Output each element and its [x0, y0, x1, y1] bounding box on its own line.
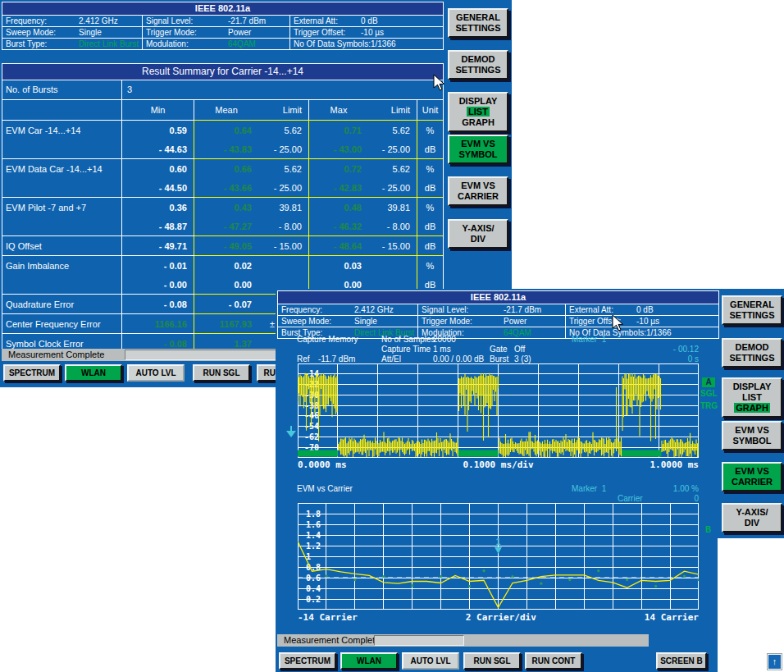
capture-time-value: 1 ms — [433, 345, 451, 354]
softkey-line: LIST GRAPH — [449, 107, 507, 128]
softkey-line: SETTINGS — [723, 310, 781, 321]
mean-value: 0.43 — [194, 198, 258, 217]
summary-row-evm-data-car-14-14: EVM Data Car -14...+140.600.665.620.725.… — [2, 158, 443, 197]
min-value: - 0.01 — [122, 256, 194, 275]
min-value: 0.59 — [122, 121, 194, 139]
unit-value: dB — [417, 178, 443, 197]
setting-value: Power — [504, 316, 526, 327]
scroll-up-button[interactable]: ↑ — [768, 654, 782, 670]
softkey-evm-vs-carrier[interactable]: EVM VSCARRIER — [722, 462, 782, 491]
softkey-general-settings[interactable]: GENERALSETTINGS — [722, 295, 782, 325]
min-value: - 0.08 — [122, 295, 194, 313]
col-header-max: Max — [309, 100, 368, 120]
col-header-mean: Mean — [194, 100, 258, 120]
hotkey-auto-lvl[interactable]: AUTO LVL — [127, 364, 185, 382]
group-divider — [2, 197, 194, 198]
display-mode-graph: GRAPH — [462, 117, 495, 127]
softkey-line: DIV — [449, 234, 507, 245]
setting-value: 64QAM — [228, 39, 256, 49]
display-mode-graph: GRAPH — [734, 403, 770, 413]
hotkey-run-sgl[interactable]: RUN SGL — [193, 364, 250, 382]
setting-label: Trigger Offset: — [294, 27, 345, 38]
capture-x-axis: 0.0000 ms 0.1000 ms/div 1.0000 ms — [298, 459, 699, 470]
evm-panel-title: EVM vs Carrier — [297, 484, 353, 493]
sgl-indicator: SGL — [700, 389, 718, 398]
setting-label: Signal Level: — [422, 304, 468, 315]
min-value: 0.36 — [122, 198, 194, 217]
softkey-evm-vs-symbol[interactable]: EVM VSSYMBOL — [448, 135, 508, 164]
display-mode-list: LIST — [742, 392, 762, 402]
softkey-display-list-graph[interactable]: DISPLAYLIST GRAPH — [448, 92, 508, 132]
unit-value: % — [417, 121, 443, 139]
hotkey-spectrum[interactable]: SPECTRUM — [279, 652, 336, 670]
w1-header-title: IEEE 802.11a — [2, 2, 443, 16]
limit-value: - 25.00 — [368, 139, 417, 158]
row-label — [2, 178, 122, 197]
w2-settings-row: Frequency:2.412 GHzSignal Level:-21.7 dB… — [278, 304, 718, 315]
mean-value: 0.66 — [194, 159, 258, 178]
att-label: Att/El — [381, 354, 401, 363]
softkey-line: SETTINGS — [449, 23, 507, 34]
row-label: EVM Pilot -7 and +7 — [2, 198, 122, 217]
mean-value: 0.00 — [194, 275, 258, 294]
softkey-line: GENERAL — [723, 299, 781, 310]
softkey-line: CARRIER — [723, 477, 781, 487]
hotkey-auto-lvl[interactable]: AUTO LVL — [402, 652, 459, 670]
w1-settings-row: Frequency:2.412 GHzSignal Level:-21.7 dB… — [2, 16, 443, 26]
limit-value: 39.81 — [368, 198, 417, 217]
frequency-cell: Frequency:2.412 GHz — [2, 16, 142, 26]
hotkey-wlan[interactable]: WLAN — [340, 652, 398, 670]
group-divider — [2, 158, 194, 159]
row-label: IQ Offset — [2, 236, 122, 255]
marker-1-label: 1 — [496, 537, 501, 546]
mouse-cursor-icon — [433, 74, 446, 92]
softkey-line: DISPLAY — [723, 382, 781, 392]
capture-x-right: 1.0000 ms — [650, 459, 699, 470]
max-value: - 48.64 — [309, 236, 368, 255]
max-value: - 43.00 — [309, 139, 368, 158]
softkey-general-settings[interactable]: GENERALSETTINGS — [448, 8, 508, 38]
ref-label: Ref — [297, 354, 310, 363]
hotkey-wlan[interactable]: WLAN — [65, 364, 122, 382]
svg-text:-62: -62 — [304, 432, 319, 441]
hotkey-spectrum[interactable]: SPECTRUM — [3, 364, 61, 382]
mean-value: - 43.83 — [194, 139, 258, 158]
softkey-line: DEMOD — [723, 342, 781, 353]
svg-text:1.6: 1.6 — [306, 520, 321, 529]
softkey-y-axis-div[interactable]: Y-AXIS/DIV — [722, 503, 782, 533]
sweep-mode-cell: Sweep Mode:Single — [2, 27, 142, 38]
analyzer-window-graph: IEEE 802.11aFrequency:2.412 GHzSignal Le… — [276, 289, 784, 672]
softkey-evm-vs-carrier[interactable]: EVM VSCARRIER — [448, 176, 508, 206]
min-value: 1166.16 — [122, 314, 194, 333]
softkey-line: EVM VS — [723, 466, 781, 477]
modulation-cell: Modulation:64QAM — [142, 39, 289, 49]
max-value: - 46.32 — [309, 217, 368, 235]
softkey-display-list-graph[interactable]: DISPLAYLIST GRAPH — [722, 377, 782, 418]
col-header-blank — [2, 100, 122, 120]
softkey-line: CARRIER — [449, 191, 507, 202]
trigger-offset-cell: Trigger Offset:-10 µs — [289, 27, 441, 38]
hotkey-screen-b[interactable]: SCREEN B — [656, 652, 707, 670]
softkey-line: LIST GRAPH — [723, 392, 781, 414]
limit-value: - 25.00 — [258, 139, 309, 158]
capture-marker-value: - 00.12 — [633, 345, 699, 354]
summary-row-gain-imbalance: Gain Imbalance- 0.010.020.03%- 0.000.000… — [2, 255, 443, 294]
hotkey-run-sgl[interactable]: RUN SGL — [463, 652, 521, 670]
status-text: Measurement Complete — [284, 635, 380, 645]
limit-value: 5.62 — [258, 121, 309, 139]
unit-value: dB — [417, 139, 443, 158]
w2-settings-row: Sweep Mode:SingleTrigger Mode:PowerTrigg… — [278, 315, 718, 327]
softkey-demod-settings[interactable]: DEMODSETTINGS — [722, 338, 782, 368]
softkey-evm-vs-symbol[interactable]: EVM VSSYMBOL — [722, 421, 782, 450]
softkey-y-axis-div[interactable]: Y-AXIS/DIV — [448, 219, 508, 249]
trigger-offset-cell: Trigger Offset:-10 µs — [565, 316, 717, 327]
softkey-demod-settings[interactable]: DEMODSETTINGS — [448, 50, 508, 80]
hotkey-run-cont[interactable]: RUN CONT — [525, 652, 582, 670]
marker-1-icon — [495, 547, 502, 554]
frequency-cell: Frequency:2.412 GHz — [278, 304, 417, 315]
capture-panel-title: Capture Memory — [297, 335, 358, 344]
limit-value: 5.62 — [368, 121, 417, 139]
signal-level-cell: Signal Level:-21.7 dBm — [142, 16, 289, 26]
setting-label: Burst Type: — [6, 39, 47, 49]
limit-value: - 15.00 — [368, 236, 417, 255]
